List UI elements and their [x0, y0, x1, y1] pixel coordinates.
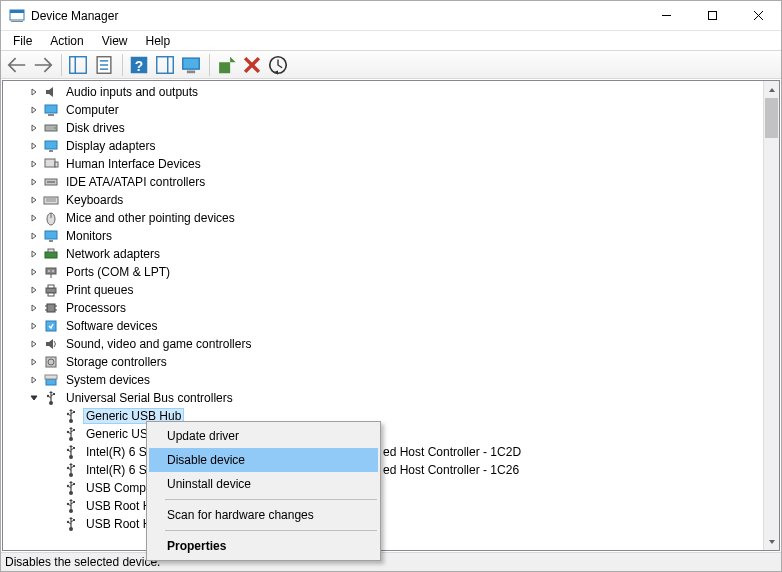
- tree-node-label[interactable]: System devices: [63, 372, 153, 388]
- tree-node-label[interactable]: Display adapters: [63, 138, 158, 154]
- expander-closed-icon[interactable]: [27, 211, 41, 225]
- tree-node[interactable]: System devices: [3, 371, 763, 389]
- scroll-up-arrow[interactable]: [764, 81, 779, 98]
- expander-closed-icon[interactable]: [27, 265, 41, 279]
- tree-node[interactable]: Network adapters: [3, 245, 763, 263]
- tree-node[interactable]: Print queues: [3, 281, 763, 299]
- expander-closed-icon[interactable]: [27, 157, 41, 171]
- tree-node[interactable]: USB Root H: [3, 497, 763, 515]
- expander-closed-icon[interactable]: [27, 337, 41, 351]
- tree-node[interactable]: USB Root H: [3, 515, 763, 533]
- scroll-down-arrow[interactable]: [764, 533, 779, 550]
- tree-node-label[interactable]: Generic US: [83, 426, 151, 442]
- expander-closed-icon[interactable]: [27, 355, 41, 369]
- tree-node-label[interactable]: Monitors: [63, 228, 115, 244]
- tree-node-label[interactable]: Storage controllers: [63, 354, 170, 370]
- expander-closed-icon[interactable]: [27, 139, 41, 153]
- tree-node[interactable]: Generic USB Hub: [3, 407, 763, 425]
- tree-node[interactable]: Keyboards: [3, 191, 763, 209]
- tree-node-label[interactable]: Human Interface Devices: [63, 156, 204, 172]
- close-button[interactable]: [735, 1, 781, 31]
- show-hide-console-tree-button[interactable]: [66, 53, 90, 77]
- context-menu-item[interactable]: Uninstall device: [149, 472, 378, 496]
- expander-closed-icon[interactable]: [27, 85, 41, 99]
- tree-node[interactable]: Generic US: [3, 425, 763, 443]
- tree-node-label[interactable]: Computer: [63, 102, 122, 118]
- tree-node[interactable]: Mice and other pointing devices: [3, 209, 763, 227]
- tree-node-label[interactable]: USB Comp: [83, 480, 149, 496]
- tree-node-label[interactable]: Sound, video and game controllers: [63, 336, 254, 352]
- minimize-button[interactable]: [643, 1, 689, 31]
- scan-hardware-button[interactable]: [179, 53, 203, 77]
- expander-closed-icon[interactable]: [27, 247, 41, 261]
- context-menu-item[interactable]: Update driver: [149, 424, 378, 448]
- tree-node-label[interactable]: Intel(R) 6 S: [83, 444, 150, 460]
- tree-node-label[interactable]: USB Root H: [83, 516, 154, 532]
- menu-help[interactable]: Help: [138, 32, 179, 50]
- disable-device-button[interactable]: [266, 53, 290, 77]
- device-tree[interactable]: Audio inputs and outputsComputerDisk dri…: [3, 81, 763, 550]
- usb-icon: [63, 462, 79, 478]
- properties-button[interactable]: [92, 53, 116, 77]
- svg-rect-48: [48, 293, 54, 296]
- menu-view[interactable]: View: [94, 32, 136, 50]
- tree-node-label[interactable]: Keyboards: [63, 192, 126, 208]
- expander-open-icon[interactable]: [27, 391, 41, 405]
- forward-button[interactable]: [31, 53, 55, 77]
- tree-node[interactable]: Human Interface Devices: [3, 155, 763, 173]
- update-driver-button[interactable]: [214, 53, 238, 77]
- tree-node[interactable]: Computer: [3, 101, 763, 119]
- help-button[interactable]: ?: [127, 53, 151, 77]
- tree-node[interactable]: USB Comp: [3, 479, 763, 497]
- back-button[interactable]: [5, 53, 29, 77]
- expander-closed-icon[interactable]: [27, 229, 41, 243]
- tree-node-label[interactable]: USB Root H: [83, 498, 154, 514]
- tree-node-label[interactable]: Mice and other pointing devices: [63, 210, 238, 226]
- tree-node[interactable]: Storage controllers: [3, 353, 763, 371]
- maximize-button[interactable]: [689, 1, 735, 31]
- show-hide-action-pane-button[interactable]: [153, 53, 177, 77]
- expander-closed-icon[interactable]: [27, 283, 41, 297]
- tree-node-label[interactable]: Network adapters: [63, 246, 163, 262]
- tree-node[interactable]: Ports (COM & LPT): [3, 263, 763, 281]
- context-menu-item[interactable]: Scan for hardware changes: [149, 503, 378, 527]
- tree-node-label[interactable]: Audio inputs and outputs: [63, 84, 201, 100]
- expander-closed-icon[interactable]: [27, 301, 41, 315]
- expander-closed-icon[interactable]: [27, 121, 41, 135]
- tree-node-label[interactable]: Print queues: [63, 282, 136, 298]
- tree-node-label[interactable]: Intel(R) 6 S: [83, 462, 150, 478]
- svg-rect-18: [187, 70, 195, 73]
- tree-node[interactable]: Monitors: [3, 227, 763, 245]
- tree-node[interactable]: Intel(R) 6 Sed Host Controller - 1C26: [3, 461, 763, 479]
- tree-node-label[interactable]: Disk drives: [63, 120, 128, 136]
- tree-node-label[interactable]: Universal Serial Bus controllers: [63, 390, 236, 406]
- uninstall-device-button[interactable]: [240, 53, 264, 77]
- vertical-scrollbar[interactable]: [763, 81, 779, 550]
- toolbar-separator: [61, 54, 62, 76]
- expander-closed-icon[interactable]: [27, 373, 41, 387]
- usb-icon: [63, 498, 79, 514]
- tree-node[interactable]: Software devices: [3, 317, 763, 335]
- tree-node[interactable]: Disk drives: [3, 119, 763, 137]
- menu-file[interactable]: File: [5, 32, 40, 50]
- expander-closed-icon[interactable]: [27, 175, 41, 189]
- tree-node[interactable]: Audio inputs and outputs: [3, 83, 763, 101]
- expander-closed-icon[interactable]: [27, 319, 41, 333]
- tree-node-label[interactable]: IDE ATA/ATAPI controllers: [63, 174, 208, 190]
- context-menu-item[interactable]: Disable device: [149, 448, 378, 472]
- tree-node-label[interactable]: Ports (COM & LPT): [63, 264, 173, 280]
- tree-node-label[interactable]: Processors: [63, 300, 129, 316]
- tree-node[interactable]: Display adapters: [3, 137, 763, 155]
- tree-node[interactable]: Sound, video and game controllers: [3, 335, 763, 353]
- tree-node-label[interactable]: Software devices: [63, 318, 160, 334]
- tree-node[interactable]: Intel(R) 6 Sed Host Controller - 1C2D: [3, 443, 763, 461]
- tree-node[interactable]: IDE ATA/ATAPI controllers: [3, 173, 763, 191]
- scroll-thumb[interactable]: [765, 98, 778, 138]
- svg-rect-90: [73, 519, 75, 521]
- expander-closed-icon[interactable]: [27, 103, 41, 117]
- context-menu-item[interactable]: Properties: [149, 534, 378, 558]
- tree-node[interactable]: Processors: [3, 299, 763, 317]
- expander-closed-icon[interactable]: [27, 193, 41, 207]
- tree-node[interactable]: Universal Serial Bus controllers: [3, 389, 763, 407]
- menu-action[interactable]: Action: [42, 32, 91, 50]
